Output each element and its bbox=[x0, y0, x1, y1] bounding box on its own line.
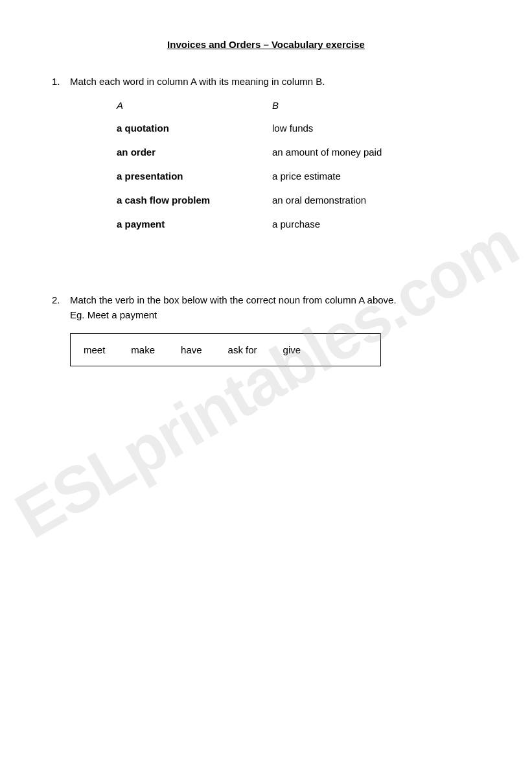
question-2-example: Eg. Meet a payment bbox=[70, 309, 480, 320]
question-2-text: 2. Match the verb in the box below with … bbox=[52, 294, 480, 305]
watermark: ESLprintables.com bbox=[3, 206, 529, 552]
verb-meet: meet bbox=[84, 344, 105, 355]
question-2: 2. Match the verb in the box below with … bbox=[52, 294, 480, 366]
list-item: a cash flow problem bbox=[117, 195, 272, 206]
list-item: a presentation bbox=[117, 171, 272, 182]
verb-box: meet make have ask for give bbox=[70, 333, 381, 366]
column-a: A a quotation an order a presentation a … bbox=[117, 100, 272, 243]
question-1: 1. Match each word in column A with its … bbox=[52, 76, 480, 243]
question-2-instruction: Match the verb in the box below with the… bbox=[70, 294, 397, 305]
list-item: a price estimate bbox=[272, 171, 454, 182]
list-item: a quotation bbox=[117, 123, 272, 134]
matching-columns: A a quotation an order a presentation a … bbox=[117, 100, 480, 243]
column-a-header: A bbox=[117, 100, 272, 111]
verb-give: give bbox=[283, 344, 301, 355]
list-item: a purchase bbox=[272, 219, 454, 230]
question-1-number: 1. bbox=[52, 76, 65, 87]
question-1-instruction: Match each word in column A with its mea… bbox=[70, 76, 325, 87]
question-1-text: 1. Match each word in column A with its … bbox=[52, 76, 480, 87]
column-b: B low funds an amount of money paid a pr… bbox=[272, 100, 454, 243]
list-item: low funds bbox=[272, 123, 454, 134]
verb-make: make bbox=[131, 344, 155, 355]
verb-have: have bbox=[181, 344, 202, 355]
list-item: an oral demonstration bbox=[272, 195, 454, 206]
question-2-number: 2. bbox=[52, 294, 65, 305]
page: ESLprintables.com Invoices and Orders – … bbox=[0, 0, 532, 758]
verb-ask-for: ask for bbox=[228, 344, 257, 355]
page-title: Invoices and Orders – Vocabulary exercis… bbox=[52, 39, 480, 50]
list-item: a payment bbox=[117, 219, 272, 230]
list-item: an order bbox=[117, 147, 272, 158]
list-item: an amount of money paid bbox=[272, 147, 454, 158]
column-b-header: B bbox=[272, 100, 454, 111]
